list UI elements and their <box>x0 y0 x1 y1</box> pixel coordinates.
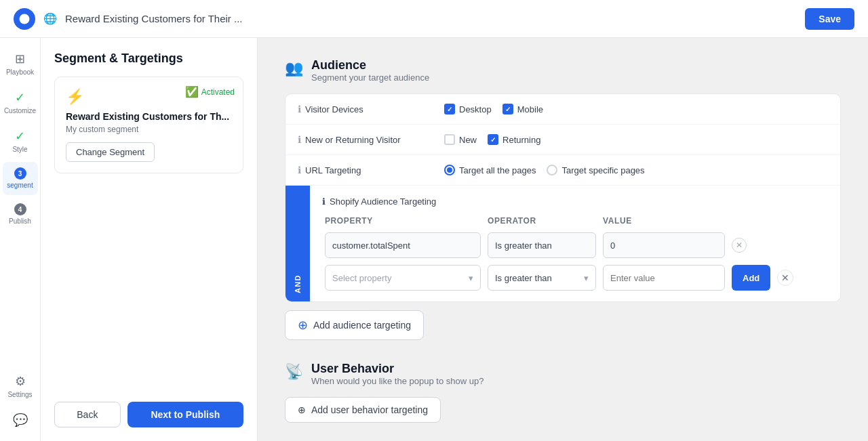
segment-card: ✅ Activated ⚡ Reward Existing Customers … <box>54 77 243 173</box>
chat-icon: 💬 <box>13 413 28 427</box>
gear-icon: ⚙ <box>15 374 26 389</box>
left-panel: Segment & Targetings ✅ Activated ⚡ Rewar… <box>41 38 258 441</box>
new-returning-options: New Returning <box>444 134 828 145</box>
sidebar-item-label: segment <box>7 182 33 190</box>
save-button[interactable]: Save <box>805 8 854 30</box>
activated-badge: ✅ Activated <box>185 85 235 98</box>
property-headers: Property Operator Value <box>322 216 828 226</box>
next-to-publish-button[interactable]: Next to Publish <box>127 402 243 427</box>
url-options: Target all the pages Target specific pag… <box>444 165 828 175</box>
target-all-option[interactable]: Target all the pages <box>444 165 536 175</box>
sidebar-item-settings[interactable]: ⚙ Settings <box>3 369 38 404</box>
user-behavior-title: User Behavior <box>311 362 484 376</box>
segment-badge: 3 <box>14 167 26 180</box>
svg-point-0 <box>20 14 30 24</box>
existing-operator-field: Is greater than <box>488 232 596 258</box>
desktop-option[interactable]: Desktop <box>444 104 492 114</box>
existing-rule-row: customer.totalSpent Is greater than 0 ✕ <box>322 232 828 258</box>
remove-new-rule-button[interactable]: ✕ <box>777 270 793 286</box>
audience-title: Audience <box>311 58 429 72</box>
sidebar-item-label: Customize <box>4 107 36 115</box>
sidebar-item-label: Style <box>12 146 27 154</box>
info-icon: ℹ <box>298 104 301 114</box>
target-specific-option[interactable]: Target specific pages <box>547 165 644 175</box>
existing-value-field: 0 <box>603 232 725 258</box>
info-icon: ℹ <box>322 196 326 207</box>
add-rule-button[interactable]: Add <box>732 265 770 291</box>
shopify-content: ℹ Shopify Audience Targeting Property Op… <box>310 186 840 301</box>
user-behavior-section: 📡 User Behavior When would you like the … <box>285 362 841 423</box>
sidebar-item-label: Playbook <box>6 68 34 77</box>
add-audience-label: Add audience targeting <box>313 320 411 331</box>
returning-checkbox <box>488 134 498 145</box>
returning-label: Returning <box>502 135 540 145</box>
app-logo <box>14 8 35 30</box>
shopify-label-text: Shopify Audience Targeting <box>330 196 436 207</box>
property-col-header: Property <box>325 216 481 226</box>
publish-badge: 4 <box>14 203 26 215</box>
new-label: New <box>459 135 477 145</box>
sidebar: ⊞ Playbook ✓ Customize ✓ Style 3 segment… <box>0 38 41 441</box>
sidebar-item-publish[interactable]: 4 Publish <box>3 198 38 231</box>
sidebar-item-chat[interactable]: 💬 <box>3 407 38 433</box>
table-row: ℹ Visitor Devices Desktop Mobile <box>285 94 840 125</box>
url-targeting-label: ℹ URL Targeting <box>298 165 433 175</box>
desktop-label: Desktop <box>459 104 492 114</box>
behavior-icon: 📡 <box>285 363 303 381</box>
remove-rule-button[interactable]: ✕ <box>732 238 747 253</box>
plus-icon: ⊕ <box>298 318 308 333</box>
existing-property-field: customer.totalSpent <box>325 232 481 258</box>
new-returning-label: ℹ New or Returning Visitor <box>298 134 433 145</box>
segment-desc: My custom segment <box>66 125 232 134</box>
user-behavior-header: 📡 User Behavior When would you like the … <box>285 362 841 386</box>
sidebar-item-playbook[interactable]: ⊞ Playbook <box>3 46 38 82</box>
new-rule-row: Select property ▾ Is greater than ▾ Add … <box>322 265 828 291</box>
change-segment-button[interactable]: Change Segment <box>66 142 155 162</box>
sidebar-item-customize[interactable]: ✓ Customize <box>3 85 38 121</box>
target-specific-radio <box>547 165 557 175</box>
info-icon: ℹ <box>298 134 301 145</box>
sidebar-item-label: Publish <box>9 217 31 226</box>
audience-section: 👥 Audience Segment your target audience … <box>285 58 841 340</box>
target-specific-label: Target specific pages <box>561 165 644 175</box>
and-bar: AND <box>285 186 310 301</box>
user-behavior-subtitle: When would you like the popup to show up… <box>311 376 484 386</box>
new-returning-text: New or Returning Visitor <box>305 135 401 145</box>
shopify-row-inner: AND ℹ Shopify Audience Targeting Propert… <box>285 186 840 301</box>
select-operator-dropdown[interactable]: Is greater than ▾ <box>488 265 596 291</box>
and-label: AND <box>294 186 302 301</box>
info-icon: ℹ <box>298 165 301 175</box>
returning-option[interactable]: Returning <box>488 134 540 145</box>
sidebar-item-segment[interactable]: 3 segment <box>3 162 38 195</box>
sidebar-item-label: Settings <box>7 391 32 399</box>
topbar-left: 🌐 Reward Existing Customers for Their ..… <box>14 8 242 30</box>
value-input[interactable] <box>603 265 725 291</box>
url-targeting-text: URL Targeting <box>305 165 361 175</box>
add-user-behavior-button[interactable]: ⊕ Add user behavior targeting <box>285 397 441 423</box>
select-property-dropdown[interactable]: Select property ▾ <box>325 265 481 291</box>
content-area: 👥 Audience Segment your target audience … <box>258 38 868 441</box>
audience-icon: 👥 <box>285 60 303 77</box>
sidebar-item-style[interactable]: ✓ Style <box>3 123 38 159</box>
back-button[interactable]: Back <box>54 402 121 427</box>
audience-header: 👥 Audience Segment your target audience <box>285 58 841 83</box>
bottom-buttons: Back Next to Publish <box>54 402 243 427</box>
check-icon-customize: ✓ <box>15 90 25 105</box>
desktop-checkbox <box>444 104 455 114</box>
add-audience-targeting-button[interactable]: ⊕ Add audience targeting <box>285 310 424 340</box>
activated-dot: ✅ <box>185 85 199 98</box>
table-row: ℹ URL Targeting Target all the pages Tar… <box>285 155 840 186</box>
segment-name: Reward Existing Customers for Th... <box>66 111 232 122</box>
audience-header-text: Audience Segment your target audience <box>311 58 429 83</box>
table-row: ℹ New or Returning Visitor New Returning <box>285 125 840 155</box>
value-col-header: Value <box>603 216 725 226</box>
select-property-placeholder: Select property <box>332 273 391 283</box>
operator-col-header: Operator <box>488 216 596 226</box>
operator-value: Is greater than <box>495 273 552 283</box>
shopify-label: ℹ Shopify Audience Targeting <box>322 196 828 207</box>
page-title: Reward Existing Customers for Their ... <box>65 13 242 24</box>
new-option[interactable]: New <box>444 134 477 145</box>
mobile-option[interactable]: Mobile <box>502 104 543 114</box>
mobile-checkbox <box>502 104 513 114</box>
grid-icon: ⊞ <box>15 51 25 66</box>
